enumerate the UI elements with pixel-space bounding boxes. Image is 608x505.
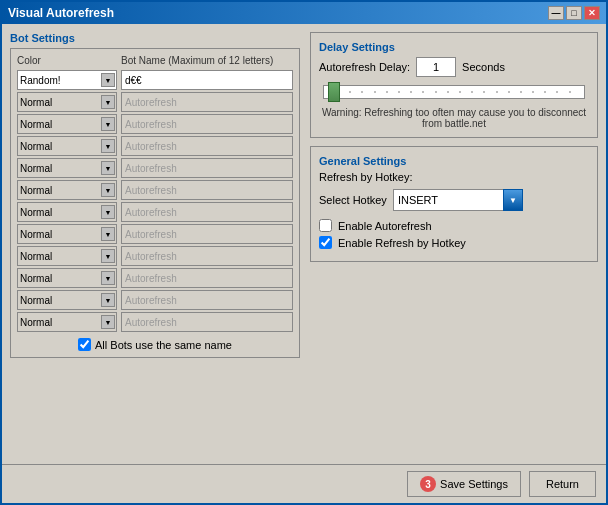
bot-row: NormalRedBlueGreenYellowRandom!▼ [17, 312, 293, 332]
save-label: Save Settings [440, 478, 508, 490]
bot-name-input-4[interactable] [121, 158, 293, 178]
slider-dot [471, 91, 473, 93]
name-col-header: Bot Name (Maximum of 12 letters) [121, 55, 293, 66]
main-content: Bot Settings Color Bot Name (Maximum of … [2, 24, 606, 464]
bot-header: Color Bot Name (Maximum of 12 letters) [17, 55, 293, 66]
slider-dot [398, 91, 400, 93]
bot-row: NormalRedBlueGreenYellowRandom!▼ [17, 224, 293, 244]
hotkey-select-wrapper: INSERT F1 F2 F3 F4 F5 F6 F7 F8 F9 F10 F1… [393, 189, 523, 211]
slider-track [323, 85, 585, 99]
bot-name-input-7[interactable] [121, 224, 293, 244]
color-select-10[interactable]: NormalRedBlueGreenYellowRandom! [17, 290, 117, 310]
slider-dot [386, 91, 388, 93]
save-settings-button[interactable]: 3 Save Settings [407, 471, 521, 497]
enable-autorefresh-row: Enable Autorefresh [319, 219, 589, 232]
slider-dot [374, 91, 376, 93]
bot-row: NormalRedBlueGreenYellowRandom!▼ [17, 136, 293, 156]
bot-settings-title: Bot Settings [10, 32, 300, 44]
color-select-wrapper: NormalRedBlueGreenYellowRandom!▼ [17, 158, 117, 178]
bot-name-input-10[interactable] [121, 290, 293, 310]
bot-row: NormalRedBlueGreenYellowRandom!▼ [17, 158, 293, 178]
all-same-name-checkbox[interactable] [78, 338, 91, 351]
bot-name-input-1[interactable] [121, 92, 293, 112]
color-select-9[interactable]: NormalRedBlueGreenYellowRandom! [17, 268, 117, 288]
title-bar-buttons: — □ ✕ [548, 6, 600, 20]
bot-settings-section: Color Bot Name (Maximum of 12 letters) R… [10, 48, 300, 358]
hotkey-row: Select Hotkey INSERT F1 F2 F3 F4 F5 F6 F… [319, 189, 589, 211]
color-select-11[interactable]: NormalRedBlueGreenYellowRandom! [17, 312, 117, 332]
slider-dot [496, 91, 498, 93]
delay-row: Autorefresh Delay: Seconds [319, 57, 589, 77]
bot-row: NormalRedBlueGreenYellowRandom!▼ [17, 290, 293, 310]
color-select-wrapper: NormalRedBlueGreenYellowRandom!▼ [17, 92, 117, 112]
refresh-hotkey-label: Refresh by Hotkey: [319, 171, 589, 183]
select-hotkey-label: Select Hotkey [319, 194, 387, 206]
left-panel: Bot Settings Color Bot Name (Maximum of … [10, 32, 300, 456]
bot-row: NormalRedBlueGreenYellowRandom!▼ [17, 180, 293, 200]
window-title: Visual Autorefresh [8, 6, 114, 20]
maximize-button[interactable]: □ [566, 6, 582, 20]
color-select-5[interactable]: NormalRedBlueGreenYellowRandom! [17, 180, 117, 200]
close-button[interactable]: ✕ [584, 6, 600, 20]
color-select-wrapper: NormalRedBlueGreenYellowRandom!▼ [17, 246, 117, 266]
bot-name-input-9[interactable] [121, 268, 293, 288]
bot-name-input-11[interactable] [121, 312, 293, 332]
color-select-wrapper: NormalRedBlueGreenYellowRandom!▼ [17, 290, 117, 310]
slider-dot [435, 91, 437, 93]
color-select-0[interactable]: Random!NormalRedBlueGreenYellow [17, 70, 117, 90]
bot-name-input-3[interactable] [121, 136, 293, 156]
enable-autorefresh-label: Enable Autorefresh [338, 220, 432, 232]
color-select-wrapper: NormalRedBlueGreenYellowRandom!▼ [17, 312, 117, 332]
seconds-label: Seconds [462, 61, 505, 73]
color-select-7[interactable]: NormalRedBlueGreenYellowRandom! [17, 224, 117, 244]
warning-text: Warning: Refreshing too often may cause … [319, 107, 589, 129]
color-select-wrapper: NormalRedBlueGreenYellowRandom!▼ [17, 180, 117, 200]
enable-hotkey-label: Enable Refresh by Hotkey [338, 237, 466, 249]
color-select-3[interactable]: NormalRedBlueGreenYellowRandom! [17, 136, 117, 156]
enable-autorefresh-checkbox[interactable] [319, 219, 332, 232]
bot-name-input-2[interactable] [121, 114, 293, 134]
slider-container [319, 85, 589, 99]
minimize-button[interactable]: — [548, 6, 564, 20]
return-button[interactable]: Return [529, 471, 596, 497]
slider-thumb[interactable] [328, 82, 340, 102]
bot-name-input-0[interactable] [121, 70, 293, 90]
bot-rows-container: Random!NormalRedBlueGreenYellow▼NormalRe… [17, 70, 293, 332]
color-select-8[interactable]: NormalRedBlueGreenYellowRandom! [17, 246, 117, 266]
slider-dot [447, 91, 449, 93]
slider-dot [508, 91, 510, 93]
slider-dot [556, 91, 558, 93]
enable-hotkey-checkbox[interactable] [319, 236, 332, 249]
slider-dot [422, 91, 424, 93]
slider-dot [410, 91, 412, 93]
bot-name-input-8[interactable] [121, 246, 293, 266]
bot-name-input-6[interactable] [121, 202, 293, 222]
bot-row: NormalRedBlueGreenYellowRandom!▼ [17, 246, 293, 266]
slider-dot [532, 91, 534, 93]
color-select-wrapper: NormalRedBlueGreenYellowRandom!▼ [17, 136, 117, 156]
color-col-header: Color [17, 55, 117, 66]
bot-name-input-5[interactable] [121, 180, 293, 200]
bot-row: NormalRedBlueGreenYellowRandom!▼ [17, 114, 293, 134]
color-select-4[interactable]: NormalRedBlueGreenYellowRandom! [17, 158, 117, 178]
save-icon: 3 [420, 476, 436, 492]
slider-dot [544, 91, 546, 93]
color-select-wrapper: NormalRedBlueGreenYellowRandom!▼ [17, 268, 117, 288]
delay-title: Delay Settings [319, 41, 589, 53]
bot-row: Random!NormalRedBlueGreenYellow▼ [17, 70, 293, 90]
all-bots-row: All Bots use the same name [17, 338, 293, 351]
color-select-6[interactable]: NormalRedBlueGreenYellowRandom! [17, 202, 117, 222]
slider-dot [459, 91, 461, 93]
slider-dot [520, 91, 522, 93]
slider-dot [349, 91, 351, 93]
right-panel: Delay Settings Autorefresh Delay: Second… [310, 32, 598, 456]
delay-input[interactable] [416, 57, 456, 77]
slider-dots [324, 91, 584, 93]
color-select-2[interactable]: NormalRedBlueGreenYellowRandom! [17, 114, 117, 134]
hotkey-select[interactable]: INSERT F1 F2 F3 F4 F5 F6 F7 F8 F9 F10 F1… [393, 189, 523, 211]
bot-row: NormalRedBlueGreenYellowRandom!▼ [17, 202, 293, 222]
bot-row: NormalRedBlueGreenYellowRandom!▼ [17, 92, 293, 112]
enable-hotkey-row: Enable Refresh by Hotkey [319, 236, 589, 249]
color-select-1[interactable]: NormalRedBlueGreenYellowRandom! [17, 92, 117, 112]
delay-label: Autorefresh Delay: [319, 61, 410, 73]
